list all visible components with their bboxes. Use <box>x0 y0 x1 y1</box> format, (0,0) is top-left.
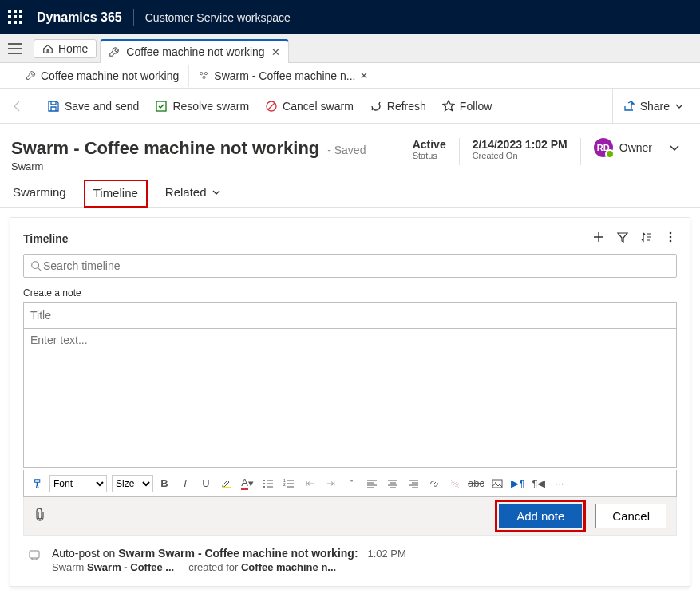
close-icon[interactable]: ✕ <box>271 46 280 58</box>
number-list-button[interactable]: 12 <box>279 474 299 493</box>
ol-icon: 12 <box>283 478 295 489</box>
bullet-list-button[interactable] <box>259 474 278 493</box>
record-header: Swarm - Coffee machine not working - Sav… <box>0 124 700 179</box>
rtl-button[interactable]: ¶◀ <box>529 474 548 493</box>
font-select[interactable]: Font <box>49 475 107 492</box>
search-icon <box>30 260 42 271</box>
create-note-label: Create a note <box>23 287 677 299</box>
chevron-down-icon <box>674 101 684 111</box>
home-icon <box>42 43 53 54</box>
unlink-button[interactable] <box>445 474 465 493</box>
home-button[interactable]: Home <box>34 39 97 58</box>
format-painter-button[interactable] <box>29 474 48 493</box>
owner-avatar[interactable]: RD <box>594 138 613 157</box>
italic-button[interactable]: I <box>176 474 195 493</box>
cmd-label: Cancel swarm <box>283 100 354 113</box>
ltr-button[interactable]: ▶¶ <box>508 474 528 493</box>
home-label: Home <box>58 42 88 55</box>
align-right-button[interactable] <box>404 474 423 493</box>
image-button[interactable] <box>488 474 507 493</box>
share-button[interactable]: Share <box>612 89 694 123</box>
note-title-input[interactable] <box>23 302 677 329</box>
nav-divider <box>133 9 134 26</box>
follow-button[interactable]: Follow <box>434 95 500 117</box>
createdon-label: Created On <box>473 151 568 160</box>
autopost-line2a: Swarm <box>52 561 87 573</box>
strike-button[interactable]: abc <box>466 474 486 493</box>
session-tab-label: Coffee machine not working <box>41 69 179 82</box>
arrow-left-icon <box>11 100 24 113</box>
attachment-button[interactable] <box>34 508 46 524</box>
sort-button[interactable] <box>640 231 653 246</box>
align-left-icon <box>366 478 378 489</box>
app-tab-label: Coffee machine not working <box>126 45 264 58</box>
svg-rect-17 <box>30 551 39 558</box>
fontcolor-button[interactable]: A▾ <box>238 474 257 493</box>
app-launcher-icon[interactable] <box>8 10 24 26</box>
refresh-button[interactable]: Refresh <box>362 95 434 117</box>
underline-button[interactable]: U <box>196 474 216 493</box>
divider <box>459 138 460 165</box>
more-button[interactable] <box>664 231 677 246</box>
cancel-icon <box>265 100 278 113</box>
command-bar: Save and send Resolve swarm Cancel swarm… <box>0 89 700 124</box>
rte-toolbar: Font Size B I U A▾ 12 ⇤ ⇥ ” abc ▶¶ ¶◀ ··… <box>23 470 677 497</box>
cmd-label: Refresh <box>387 100 426 113</box>
more-format-button[interactable]: ··· <box>550 474 569 493</box>
svg-point-0 <box>200 72 203 74</box>
add-record-button[interactable] <box>592 231 605 246</box>
hamburger-icon[interactable] <box>5 40 26 57</box>
link-button[interactable] <box>425 474 444 493</box>
tab-timeline[interactable]: Timeline <box>84 180 148 208</box>
tab-related[interactable]: Related <box>164 179 223 207</box>
svg-text:2: 2 <box>283 482 286 487</box>
refresh-icon <box>370 100 382 113</box>
align-center-icon <box>387 478 398 489</box>
top-nav: Dynamics 365 Customer Service workspace <box>0 0 700 34</box>
bold-button[interactable]: B <box>155 474 174 493</box>
filter-button[interactable] <box>616 231 629 246</box>
outdent-button[interactable]: ⇤ <box>300 474 319 493</box>
highlight-button[interactable] <box>217 474 236 493</box>
back-button[interactable] <box>6 100 29 113</box>
svg-rect-15 <box>492 480 502 488</box>
plus-icon <box>592 231 605 243</box>
resolve-swarm-button[interactable]: Resolve swarm <box>147 95 257 117</box>
star-icon <box>442 100 455 113</box>
search-timeline[interactable] <box>23 254 677 278</box>
image-icon <box>492 478 503 489</box>
session-tab-row: Coffee machine not working Swarm - Coffe… <box>0 63 700 89</box>
tab-swarming[interactable]: Swarming <box>11 179 68 207</box>
cancel-swarm-button[interactable]: Cancel swarm <box>257 95 362 117</box>
svg-point-1 <box>205 72 208 74</box>
add-note-button[interactable]: Add note <box>499 504 582 528</box>
share-label: Share <box>640 100 670 113</box>
align-left-button[interactable] <box>362 474 382 493</box>
more-vertical-icon <box>664 231 677 243</box>
size-select[interactable]: Size <box>112 475 153 492</box>
wrench-icon <box>109 46 120 57</box>
owner-label: Owner <box>619 141 652 154</box>
record-title: Swarm - Coffee machine not working <box>11 138 319 158</box>
close-icon[interactable]: ✕ <box>360 70 368 81</box>
note-body-input[interactable] <box>23 329 677 468</box>
svg-point-12 <box>263 486 265 488</box>
autopost-time: 1:02 PM <box>367 548 405 560</box>
autopost-line2c: created for <box>188 561 241 573</box>
timeline-item-autopost: Auto-post on Swarm Swarm - Coffee machin… <box>23 547 677 573</box>
cmd-label: Save and send <box>65 100 139 113</box>
autopost-prefix: Auto-post on <box>52 547 118 560</box>
entity-label: Swarm <box>11 160 366 172</box>
align-center-button[interactable] <box>383 474 402 493</box>
quote-button[interactable]: ” <box>342 474 361 493</box>
app-tab-case[interactable]: Coffee machine not working ✕ <box>100 39 288 63</box>
cancel-note-button[interactable]: Cancel <box>595 504 666 528</box>
indent-button[interactable]: ⇥ <box>321 474 340 493</box>
session-tab-case[interactable]: Coffee machine not working <box>16 65 189 87</box>
save-send-button[interactable]: Save and send <box>39 95 147 117</box>
session-tab-swarm[interactable]: Swarm - Coffee machine n... ✕ <box>189 65 378 87</box>
resolve-icon <box>155 100 168 113</box>
wrench-icon <box>26 70 36 81</box>
expand-header-button[interactable] <box>665 138 684 160</box>
search-input[interactable] <box>42 259 670 273</box>
